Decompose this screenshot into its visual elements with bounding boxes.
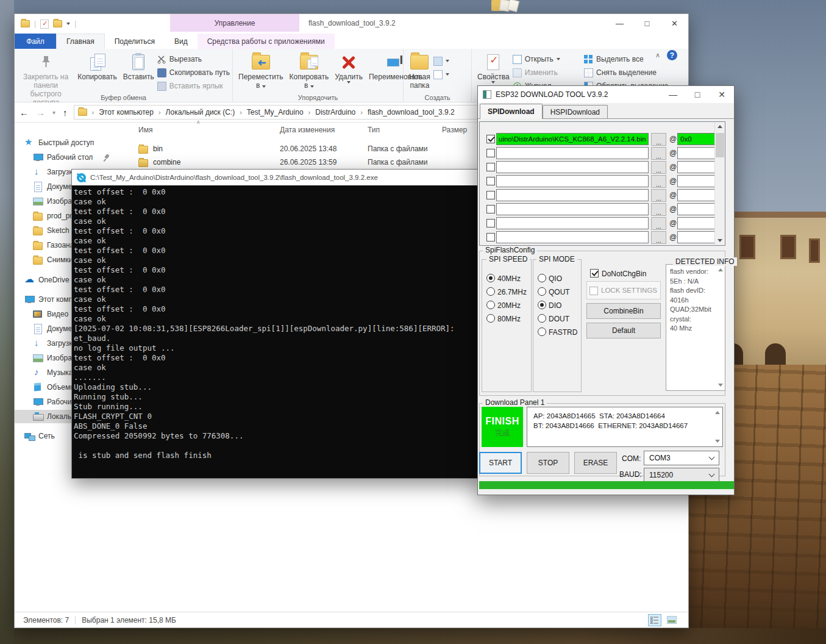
tab-spidownload[interactable]: SPIDownload xyxy=(480,104,543,119)
combinebin-button[interactable]: CombineBin xyxy=(586,303,661,319)
scroll-up-icon[interactable] xyxy=(715,411,720,414)
radio-80mhz[interactable] xyxy=(486,314,495,323)
tab-home[interactable]: Главная xyxy=(56,34,105,49)
sidebar-item-quick-access[interactable]: Быстрый доступ xyxy=(15,136,123,149)
collapse-ribbon-icon[interactable]: ∧ xyxy=(655,51,660,59)
firmware-checkbox[interactable] xyxy=(486,191,495,199)
sidebar-item-desktop[interactable]: Рабочий стол xyxy=(15,151,123,164)
tab-share[interactable]: Поделиться xyxy=(105,34,165,49)
properties-quick-icon[interactable] xyxy=(40,20,49,29)
browse-button[interactable]: ... xyxy=(651,175,666,188)
cut-button[interactable]: Вырезать xyxy=(157,52,230,66)
copy-path-button[interactable]: Скопировать путь xyxy=(157,66,230,79)
column-header-date[interactable]: Дата изменения xyxy=(280,123,335,137)
offset-input[interactable] xyxy=(677,189,717,201)
copy-button[interactable]: Копировать xyxy=(74,51,120,82)
select-none-button[interactable]: Снять выделение xyxy=(584,66,669,79)
firmware-path-input[interactable] xyxy=(496,231,649,243)
firmware-checkbox[interactable] xyxy=(486,163,495,171)
offset-input[interactable] xyxy=(677,217,717,229)
browse-button[interactable]: ... xyxy=(651,203,666,216)
com-port-select[interactable]: COM3 xyxy=(644,451,719,465)
minimize-button[interactable]: — xyxy=(606,14,633,32)
start-button[interactable]: START xyxy=(479,452,522,474)
scroll-down-icon[interactable] xyxy=(715,440,720,443)
breadcrumb-distrarduino[interactable]: DistrArduino xyxy=(315,108,355,116)
browse-button[interactable]: ... xyxy=(651,189,666,202)
offset-input[interactable] xyxy=(677,231,717,243)
browse-button[interactable]: ... xyxy=(651,133,666,146)
firmware-checkbox[interactable] xyxy=(486,135,495,143)
rows-scrollbar[interactable] xyxy=(714,122,725,245)
radio-fastrd[interactable] xyxy=(538,327,546,336)
tab-app-tools[interactable]: Средства работы с приложениями xyxy=(198,34,335,49)
easy-access-button[interactable] xyxy=(433,54,449,68)
offset-input[interactable] xyxy=(677,147,717,159)
edit-button[interactable]: Изменить xyxy=(513,66,560,79)
breadcrumb-local-disk[interactable]: Локальный диск (C:) xyxy=(166,108,235,116)
firmware-path-input[interactable] xyxy=(496,189,649,201)
scroll-up-icon[interactable] xyxy=(717,125,722,128)
offset-input[interactable]: 0x0 xyxy=(677,133,717,145)
radio-40mhz[interactable] xyxy=(486,274,495,282)
firmware-path-input[interactable] xyxy=(496,217,649,229)
browse-button[interactable]: ... xyxy=(651,147,666,160)
scroll-down-icon[interactable] xyxy=(718,384,723,387)
offset-input[interactable] xyxy=(677,203,717,215)
up-icon[interactable]: ↑ xyxy=(63,107,68,118)
radio-qout[interactable] xyxy=(538,287,546,296)
paste-button[interactable]: Вставить xyxy=(120,51,157,82)
scroll-thumb[interactable] xyxy=(716,133,724,157)
donotchgbin-checkbox[interactable] xyxy=(590,269,599,277)
firmware-checkbox[interactable] xyxy=(486,233,495,242)
properties-button[interactable]: Свойства xyxy=(474,51,513,85)
thumbnail-view-icon[interactable] xyxy=(665,614,678,626)
console-output[interactable]: test offset : 0 0x0 case ok test offset … xyxy=(72,185,480,478)
radio-qio[interactable] xyxy=(538,274,546,282)
open-button[interactable]: Открыть xyxy=(513,52,560,66)
maximize-button[interactable]: □ xyxy=(685,86,710,103)
default-button[interactable]: Default xyxy=(586,323,661,338)
breadcrumb-flash-download-tool[interactable]: flash_download_tool_3.9.2 xyxy=(368,108,455,116)
firmware-checkbox[interactable] xyxy=(486,219,495,227)
close-button[interactable]: ✕ xyxy=(710,86,734,103)
details-view-icon[interactable] xyxy=(648,614,661,626)
breadcrumb-this-pc[interactable]: Этот компьютер xyxy=(99,108,154,116)
esp32-titlebar[interactable]: ESP32 DOWNLOAD TOOL V3.9.2 — □ ✕ xyxy=(478,86,734,103)
new-folder-button[interactable]: Новая папка xyxy=(406,51,433,91)
folder-icon[interactable] xyxy=(21,20,30,27)
stop-button[interactable]: STOP xyxy=(527,452,569,474)
offset-input[interactable] xyxy=(677,175,717,187)
console-titlebar[interactable]: C:\Test_My_Arduino\DistrArduino\flash_do… xyxy=(72,170,480,185)
copy-to-button[interactable]: Копировать в xyxy=(287,51,332,91)
browse-button[interactable]: ... xyxy=(651,231,666,244)
column-header-name[interactable]: Имя ∧ xyxy=(138,123,152,137)
firmware-path-input[interactable] xyxy=(496,175,649,187)
firmware-path-input[interactable]: uino\DistrArduino\KCS_KC868_A6_V2.2.14.b… xyxy=(496,133,649,145)
firmware-path-input[interactable] xyxy=(496,147,649,159)
recent-locations-chevron-icon[interactable]: ▾ xyxy=(52,109,55,116)
tab-hspidownload[interactable]: HSPIDownload xyxy=(543,105,608,118)
qat-customize-chevron-icon[interactable] xyxy=(66,23,70,25)
column-header-type[interactable]: Тип xyxy=(368,123,380,137)
delete-button[interactable]: Удалить xyxy=(332,51,366,85)
back-icon[interactable]: ← xyxy=(20,107,29,118)
help-icon[interactable]: ? xyxy=(667,50,677,60)
new-item-button[interactable] xyxy=(433,68,449,81)
browse-button[interactable]: ... xyxy=(651,161,666,174)
lock-settings-checkbox[interactable] xyxy=(589,287,598,295)
maximize-button[interactable]: □ xyxy=(633,14,661,32)
firmware-path-input[interactable] xyxy=(496,203,649,215)
desktop-folder-icon[interactable] xyxy=(491,0,522,11)
minimize-button[interactable]: — xyxy=(661,86,685,103)
baud-rate-select[interactable]: 115200 xyxy=(644,468,719,482)
radio-dout[interactable] xyxy=(538,314,546,323)
erase-button[interactable]: ERASE xyxy=(574,452,617,474)
tab-view[interactable]: Вид xyxy=(165,34,198,49)
column-header-size[interactable]: Размер xyxy=(442,123,467,137)
close-button[interactable]: ✕ xyxy=(661,14,688,32)
firmware-checkbox[interactable] xyxy=(486,149,495,157)
firmware-path-input[interactable] xyxy=(496,161,649,173)
firmware-checkbox[interactable] xyxy=(486,177,495,185)
offset-input[interactable] xyxy=(677,161,717,173)
